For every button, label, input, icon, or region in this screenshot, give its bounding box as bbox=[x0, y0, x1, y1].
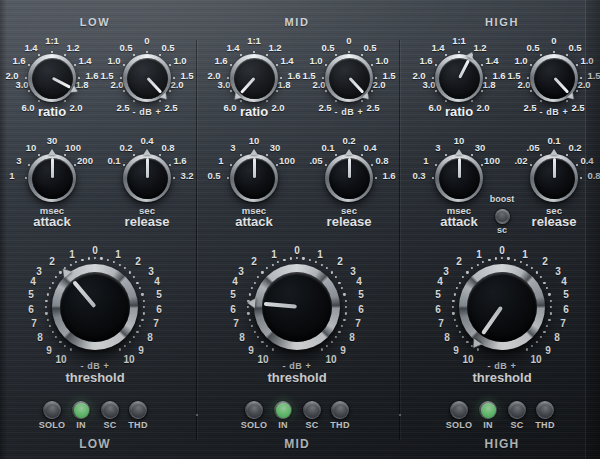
knob-face bbox=[60, 272, 130, 342]
thd-button[interactable] bbox=[536, 401, 554, 419]
sc-button[interactable] bbox=[101, 401, 119, 419]
threshold-knob[interactable] bbox=[459, 264, 545, 350]
panel-left-edge bbox=[0, 0, 7, 459]
threshold-scale-label: 2 bbox=[49, 256, 55, 267]
scale-label: 2.0 bbox=[476, 102, 489, 113]
threshold-scale-label: 0 bbox=[92, 245, 98, 256]
scale-label: 1.6 bbox=[173, 155, 186, 166]
button-face bbox=[103, 403, 118, 418]
button-face bbox=[538, 403, 553, 418]
scale-label: 0.1 bbox=[547, 135, 560, 146]
release-knob[interactable] bbox=[325, 154, 373, 202]
threshold-scale-label: 10 bbox=[325, 354, 336, 365]
tick-dot bbox=[454, 319, 456, 321]
button-label: THD bbox=[535, 420, 554, 430]
tick-dot bbox=[159, 100, 161, 102]
tick-dot bbox=[271, 263, 273, 265]
tick-dot bbox=[240, 54, 242, 56]
threshold-knob[interactable] bbox=[254, 264, 340, 350]
tick-dot bbox=[531, 267, 533, 269]
knob-pointer-tab bbox=[59, 265, 72, 278]
tick-dot bbox=[481, 90, 483, 92]
scale-label: 0 bbox=[346, 35, 351, 46]
tick-dot bbox=[566, 54, 568, 56]
tick-dot bbox=[49, 287, 51, 289]
scale-label: 1:1 bbox=[452, 35, 466, 46]
threshold-label: threshold bbox=[65, 370, 124, 385]
tick-dot bbox=[133, 336, 135, 338]
in-button[interactable] bbox=[72, 401, 90, 419]
tick-dot bbox=[471, 154, 473, 156]
sc-button[interactable] bbox=[303, 401, 321, 419]
attack-label: attack bbox=[235, 214, 273, 229]
attack-knob[interactable] bbox=[28, 154, 76, 202]
tick-dot bbox=[129, 271, 131, 273]
ratio-knob[interactable] bbox=[230, 54, 278, 102]
knob-pointer-tab bbox=[455, 149, 463, 155]
attack-knob[interactable] bbox=[435, 154, 483, 202]
release-knob[interactable] bbox=[530, 154, 578, 202]
button-label: SOLO bbox=[446, 420, 473, 430]
ratio-knob[interactable] bbox=[28, 54, 76, 102]
scale-label: 0.5 bbox=[207, 170, 220, 181]
tick-dot bbox=[466, 341, 468, 343]
tick-dot bbox=[435, 90, 437, 92]
gain-knob[interactable] bbox=[325, 54, 373, 102]
threshold-scale-label: 3 bbox=[148, 266, 154, 277]
thd-button[interactable] bbox=[129, 401, 147, 419]
threshold-knob[interactable] bbox=[52, 264, 138, 350]
tick-dot bbox=[335, 154, 337, 156]
tick-dot bbox=[488, 259, 490, 261]
tick-dot bbox=[458, 281, 460, 283]
tick-dot bbox=[283, 259, 285, 261]
scale-label: 1.5 bbox=[302, 70, 315, 81]
tick-dot bbox=[325, 90, 327, 92]
boost-button[interactable] bbox=[495, 209, 510, 224]
scale-label: 2.0 bbox=[207, 70, 220, 81]
tick-dot bbox=[276, 164, 278, 166]
scale-label: 0.2 bbox=[342, 135, 355, 146]
solo-button[interactable] bbox=[450, 401, 468, 419]
tick-dot bbox=[257, 276, 259, 278]
attack-knob[interactable] bbox=[230, 154, 278, 202]
panel-right-edge bbox=[586, 0, 600, 459]
tick-dot bbox=[371, 164, 373, 166]
threshold-scale-label: 4 bbox=[356, 276, 362, 287]
button-label: SOLO bbox=[241, 420, 268, 430]
solo-button[interactable] bbox=[43, 401, 61, 419]
scale-label: 2.5 bbox=[571, 102, 584, 113]
scale-label: 1.8 bbox=[482, 79, 495, 90]
threshold-scale-label: 4 bbox=[154, 276, 160, 287]
in-button[interactable] bbox=[479, 401, 497, 419]
boost-sc-label: sc bbox=[497, 225, 507, 235]
tick-dot bbox=[452, 312, 454, 314]
knob-pointer-tab bbox=[250, 149, 258, 155]
solo-button[interactable] bbox=[245, 401, 263, 419]
scale-label: 1.4 bbox=[226, 42, 239, 53]
tick-dot bbox=[159, 154, 161, 156]
tick-dot bbox=[118, 263, 120, 265]
gain-knob[interactable] bbox=[530, 54, 578, 102]
in-button[interactable] bbox=[274, 401, 292, 419]
thd-button[interactable] bbox=[331, 401, 349, 419]
tick-dot bbox=[445, 154, 447, 156]
threshold-scale-label: 1 bbox=[522, 249, 528, 260]
threshold-scale-label: 3 bbox=[443, 266, 449, 277]
scale-label: 0.4 bbox=[140, 135, 153, 146]
scale-label: 1 bbox=[218, 155, 223, 166]
tick-dot bbox=[290, 257, 292, 259]
tick-dot bbox=[251, 287, 253, 289]
gain-knob[interactable] bbox=[123, 54, 171, 102]
band-footer-label: HIGH bbox=[485, 437, 520, 451]
band-header-label: MID bbox=[285, 16, 310, 28]
ratio-knob[interactable] bbox=[435, 54, 483, 102]
tick-dot bbox=[141, 293, 143, 295]
tick-dot bbox=[123, 64, 125, 66]
scale-label: 1.0 bbox=[173, 55, 186, 66]
attack-label: attack bbox=[33, 214, 71, 229]
sc-button[interactable] bbox=[508, 401, 526, 419]
scale-label: 30 bbox=[47, 135, 58, 146]
threshold-scale-label: 9 bbox=[340, 345, 346, 356]
release-knob[interactable] bbox=[123, 154, 171, 202]
button-face bbox=[276, 403, 291, 418]
